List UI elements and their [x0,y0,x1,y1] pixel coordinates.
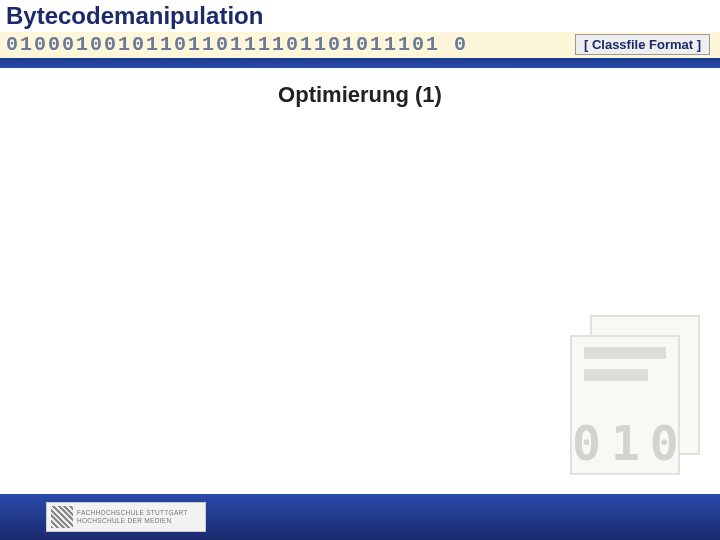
document-line [584,347,666,359]
document-graphic: 010 [560,315,710,485]
footer-bar: FACHHOCHSCHULE STUTTGART HOCHSCHULE DER … [0,494,720,540]
document-page-front: 010 [570,335,680,475]
slide-title: Optimierung (1) [0,82,720,108]
header-divider [0,58,720,68]
logo-line-2: HOCHSCHULE DER MEDIEN [77,517,188,525]
section-tag: [ Classfile Format ] [575,34,710,55]
logo-text: FACHHOCHSCHULE STUTTGART HOCHSCHULE DER … [77,509,188,525]
logo-line-1: FACHHOCHSCHULE STUTTGART [77,509,188,517]
footer-logo: FACHHOCHSCHULE STUTTGART HOCHSCHULE DER … [46,502,206,532]
presentation-title: Bytecodemanipulation [6,2,263,30]
document-digits: 010 [572,419,689,467]
document-line [584,369,648,381]
slide-header: Bytecodemanipulation 0100010010110110111… [0,0,720,58]
logo-icon [51,506,73,528]
